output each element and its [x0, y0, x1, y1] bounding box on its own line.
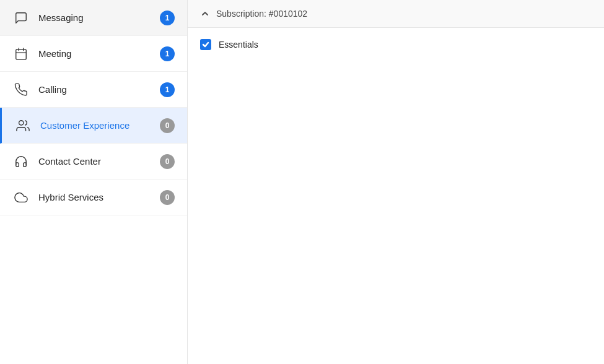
subscription-header[interactable]: Subscription: #0010102 — [188, 0, 604, 28]
sidebar-item-meeting-label: Meeting — [38, 48, 160, 59]
essentials-label: Essentials — [219, 40, 258, 50]
customer-experience-badge: 0 — [160, 118, 175, 133]
chevron-up-icon — [200, 9, 210, 19]
sidebar-item-customer-experience[interactable]: Customer Experience 0 — [0, 108, 187, 144]
essentials-row: Essentials — [188, 28, 604, 61]
sidebar-item-meeting[interactable]: Meeting 1 — [0, 36, 187, 72]
contact-center-icon — [12, 153, 30, 170]
messaging-badge: 1 — [160, 11, 175, 25]
subscription-title: Subscription: #0010102 — [216, 9, 307, 19]
sidebar-item-contact-center-label: Contact Center — [38, 156, 160, 167]
sidebar-item-hybrid-services[interactable]: Hybrid Services 0 — [0, 180, 187, 215]
contact-center-badge: 0 — [160, 154, 175, 169]
svg-point-4 — [19, 120, 24, 124]
svg-rect-0 — [16, 49, 27, 59]
main-content: Subscription: #0010102 Essentials — [188, 0, 604, 364]
sidebar-item-hybrid-services-label: Hybrid Services — [38, 192, 160, 202]
sidebar: Messaging 1 Meeting 1 Calling 1 — [0, 0, 188, 364]
sidebar-item-calling[interactable]: Calling 1 — [0, 72, 187, 108]
essentials-checkbox[interactable] — [200, 39, 211, 50]
calling-icon — [12, 81, 30, 98]
hybrid-services-icon — [12, 189, 30, 206]
calling-badge: 1 — [160, 82, 175, 97]
sidebar-item-messaging[interactable]: Messaging 1 — [0, 0, 187, 36]
meeting-icon — [12, 45, 30, 63]
meeting-badge: 1 — [160, 46, 175, 61]
sidebar-item-contact-center[interactable]: Contact Center 0 — [0, 144, 187, 180]
sidebar-item-calling-label: Calling — [38, 84, 160, 95]
hybrid-services-badge: 0 — [160, 190, 175, 205]
sidebar-item-messaging-label: Messaging — [38, 12, 160, 23]
customer-experience-icon — [14, 117, 32, 134]
messaging-icon — [12, 9, 30, 27]
sidebar-item-customer-experience-label: Customer Experience — [40, 120, 160, 131]
